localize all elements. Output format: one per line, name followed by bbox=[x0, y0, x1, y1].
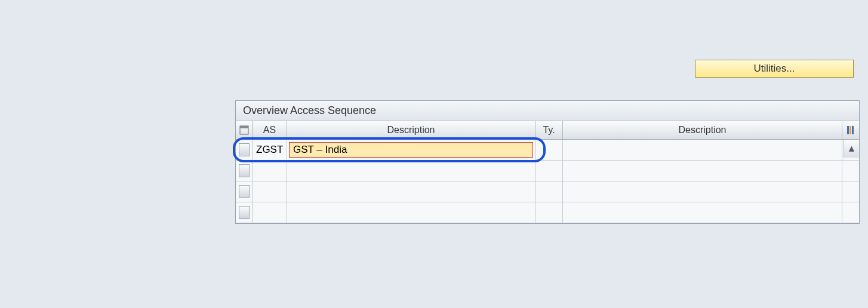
cell-description[interactable] bbox=[287, 140, 535, 160]
svg-rect-2 bbox=[847, 126, 849, 134]
table-row[interactable] bbox=[236, 140, 859, 161]
column-header-ty[interactable]: Ty. bbox=[535, 121, 563, 139]
cell-as[interactable] bbox=[253, 140, 287, 160]
row-selector[interactable] bbox=[236, 161, 253, 181]
svg-rect-4 bbox=[852, 126, 854, 134]
description-input[interactable] bbox=[289, 142, 533, 158]
svg-rect-3 bbox=[849, 126, 851, 134]
grid-body: ▲ bbox=[236, 140, 859, 223]
table-row[interactable] bbox=[236, 202, 859, 223]
cell-description[interactable] bbox=[287, 181, 535, 202]
cell-ty[interactable] bbox=[535, 140, 563, 160]
cell-as[interactable] bbox=[253, 202, 287, 223]
column-header-as[interactable]: AS bbox=[253, 121, 287, 139]
grid-header-row: AS Description Ty. Description bbox=[236, 121, 859, 140]
table-row[interactable] bbox=[236, 181, 859, 202]
main-area: Utilities... Overview Access Sequence AS… bbox=[0, 0, 868, 308]
column-config-button[interactable] bbox=[842, 121, 859, 139]
svg-rect-1 bbox=[240, 126, 248, 128]
cell-ty[interactable] bbox=[535, 202, 563, 223]
cell-description-2[interactable] bbox=[563, 181, 842, 202]
cell-description-2[interactable] bbox=[563, 161, 842, 181]
column-header-description-2[interactable]: Description bbox=[563, 121, 842, 139]
cell-description[interactable] bbox=[287, 202, 535, 223]
content-area: Dialog Structure ▼ Access Sequences ▼ Ac… bbox=[1, 58, 867, 305]
cell-ty[interactable] bbox=[535, 161, 563, 181]
scroll-up-button[interactable]: ▲ bbox=[844, 140, 859, 158]
cell-description[interactable] bbox=[287, 161, 535, 181]
row-selector[interactable] bbox=[236, 181, 253, 202]
grid-title: Overview Access Sequence bbox=[236, 101, 859, 121]
row-selector[interactable] bbox=[236, 202, 253, 223]
row-selector[interactable] bbox=[236, 140, 253, 160]
cell-description-2[interactable] bbox=[563, 140, 842, 160]
cell-ty[interactable] bbox=[535, 181, 563, 202]
table-row[interactable] bbox=[236, 161, 859, 181]
overview-grid: Overview Access Sequence AS Description … bbox=[235, 100, 860, 224]
cell-as[interactable] bbox=[253, 161, 287, 181]
utilities-button[interactable]: Utilities... bbox=[695, 60, 854, 78]
column-header-description-1[interactable]: Description bbox=[287, 121, 535, 139]
cell-description-2[interactable] bbox=[563, 202, 842, 223]
column-header-select[interactable] bbox=[236, 121, 253, 139]
sap-window: Change View "Access Sequences": Overview… bbox=[0, 0, 868, 308]
as-input[interactable] bbox=[255, 140, 284, 160]
cell-as[interactable] bbox=[253, 181, 287, 202]
